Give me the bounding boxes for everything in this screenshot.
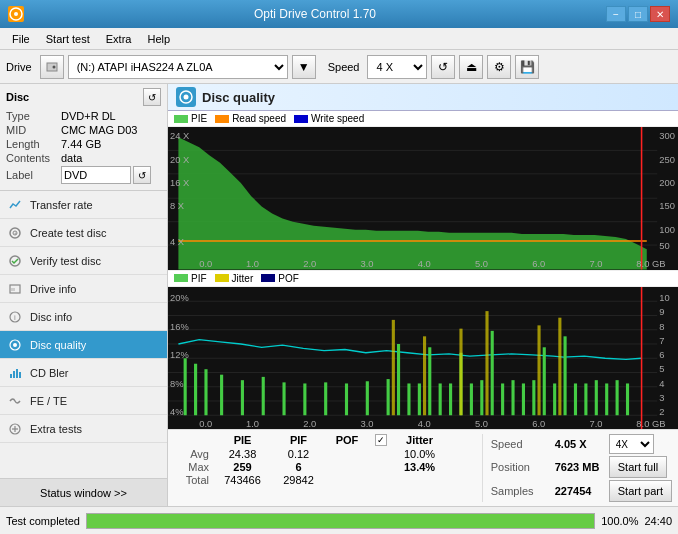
sidebar-item-drive-info[interactable]: Drive info (0, 275, 167, 303)
svg-text:9: 9 (659, 306, 664, 317)
drive-refresh-button[interactable]: ▼ (292, 55, 316, 79)
sidebar-item-disc-info[interactable]: i Disc info (0, 303, 167, 331)
disc-label-label: Label (6, 169, 61, 181)
top-chart: 300 250 200 150 100 50 24 X 20 X 16 X 8 … (168, 127, 678, 270)
top-chart-svg: 300 250 200 150 100 50 24 X 20 X 16 X 8 … (168, 127, 678, 270)
speed-confirm-button[interactable]: ↺ (431, 55, 455, 79)
svg-text:2.0: 2.0 (303, 418, 316, 429)
jitter-checkbox[interactable]: ✓ (375, 434, 387, 446)
sidebar-item-fe-te[interactable]: FE / TE (0, 387, 167, 415)
svg-rect-83 (501, 383, 504, 415)
drive-icon (40, 55, 64, 79)
svg-text:16 X: 16 X (170, 178, 189, 188)
svg-text:2.0: 2.0 (303, 260, 316, 270)
max-jitter: 13.4% (397, 461, 442, 473)
position-stat-value: 7623 MB (555, 461, 605, 473)
sidebar-item-label-create-test-disc: Create test disc (30, 227, 106, 239)
window-controls: − □ ✕ (606, 6, 670, 22)
disc-refresh-button[interactable]: ↺ (143, 88, 161, 106)
svg-text:4.0: 4.0 (418, 260, 431, 270)
total-pof (327, 474, 367, 486)
drive-select[interactable]: (N:) ATAPI iHAS224 A ZL0A (68, 55, 288, 79)
svg-rect-63 (204, 369, 207, 415)
write-speed-legend-color (294, 115, 308, 123)
write-speed-legend-label: Write speed (311, 113, 364, 124)
svg-rect-69 (324, 382, 327, 415)
speed-stat-dropdown[interactable]: 4X 8X Max (609, 434, 654, 454)
menu-start-test[interactable]: Start test (38, 28, 98, 50)
svg-rect-71 (366, 381, 369, 415)
settings-button[interactable]: ⚙ (487, 55, 511, 79)
svg-rect-82 (491, 330, 494, 414)
svg-rect-101 (558, 317, 561, 415)
sidebar-item-label-verify-test-disc: Verify test disc (30, 255, 101, 267)
maximize-button[interactable]: □ (628, 6, 648, 22)
svg-rect-96 (392, 319, 395, 414)
disc-header: Disc ↺ (6, 88, 161, 106)
menu-extra[interactable]: Extra (98, 28, 140, 50)
svg-rect-74 (407, 383, 410, 415)
start-part-button[interactable]: Start part (609, 480, 672, 502)
pie-legend-color (174, 115, 188, 123)
svg-text:24 X: 24 X (170, 131, 189, 141)
status-window-button[interactable]: Status window >> (0, 478, 167, 506)
svg-text:7: 7 (659, 334, 664, 345)
sidebar-item-transfer-rate[interactable]: Transfer rate (0, 191, 167, 219)
pif-legend-color (174, 274, 188, 282)
start-full-button[interactable]: Start full (609, 456, 667, 478)
save-button[interactable]: 💾 (515, 55, 539, 79)
svg-text:+: + (14, 230, 17, 236)
svg-point-13 (13, 343, 17, 347)
status-window-label: Status window >> (40, 487, 127, 499)
svg-text:3.0: 3.0 (361, 260, 374, 270)
svg-rect-61 (184, 358, 187, 415)
speed-stat-label: Speed (491, 438, 551, 450)
menu-file[interactable]: File (4, 28, 38, 50)
disc-length-value: 7.44 GB (61, 138, 101, 150)
sidebar-item-disc-quality[interactable]: Disc quality (0, 331, 167, 359)
pof-col-header: POF (327, 434, 367, 446)
disc-label-input[interactable] (61, 166, 131, 184)
disc-label-button[interactable]: ↺ (133, 166, 151, 184)
jitter-col-header: Jitter (397, 434, 442, 446)
sidebar-item-verify-test-disc[interactable]: Verify test disc (0, 247, 167, 275)
svg-text:0.0: 0.0 (199, 418, 212, 429)
close-button[interactable]: ✕ (650, 6, 670, 22)
charts-area: PIE Read speed Write speed (168, 111, 678, 506)
svg-text:8 X: 8 X (170, 202, 184, 212)
svg-rect-81 (480, 380, 483, 415)
disc-contents-value: data (61, 152, 82, 164)
disc-contents-label: Contents (6, 152, 61, 164)
stats-main: PIE PIF POF ✓ Jitter Avg 24.38 0.12 (174, 434, 474, 502)
bottom-chart-legend: PIF Jitter POF (168, 270, 678, 287)
svg-rect-70 (345, 383, 348, 415)
sidebar-item-create-test-disc[interactable]: + Create test disc (0, 219, 167, 247)
pie-legend: PIE (174, 113, 207, 124)
svg-rect-88 (553, 383, 556, 415)
speed-select[interactable]: 4 X 8 X Max (367, 55, 427, 79)
speed-label: Speed (328, 61, 360, 73)
sidebar-item-label-transfer-rate: Transfer rate (30, 199, 93, 211)
avg-jitter: 10.0% (397, 448, 442, 460)
minimize-button[interactable]: − (606, 6, 626, 22)
svg-rect-85 (522, 383, 525, 415)
svg-text:1.0: 1.0 (246, 418, 259, 429)
speed-stat-value: 4.05 X (555, 438, 605, 450)
svg-rect-62 (194, 363, 197, 415)
svg-text:20 X: 20 X (170, 155, 189, 165)
avg-pof (327, 448, 367, 460)
main-area: Disc ↺ Type DVD+R DL MID CMC MAG D03 Len… (0, 84, 678, 506)
jitter-legend-label: Jitter (232, 273, 254, 284)
right-panel: Disc quality PIE Read speed Write speed (168, 84, 678, 506)
sidebar-item-cd-bler[interactable]: CD Bler (0, 359, 167, 387)
disc-info-section: Disc ↺ Type DVD+R DL MID CMC MAG D03 Len… (0, 84, 167, 191)
drive-label: Drive (6, 61, 32, 73)
svg-text:4 X: 4 X (170, 237, 184, 247)
titlebar: Opti Drive Control 1.70 − □ ✕ (0, 0, 678, 28)
eject-button[interactable]: ⏏ (459, 55, 483, 79)
svg-text:200: 200 (659, 178, 675, 188)
svg-rect-72 (387, 379, 390, 415)
svg-rect-99 (485, 311, 488, 415)
sidebar-item-extra-tests[interactable]: Extra tests (0, 415, 167, 443)
menu-help[interactable]: Help (139, 28, 178, 50)
